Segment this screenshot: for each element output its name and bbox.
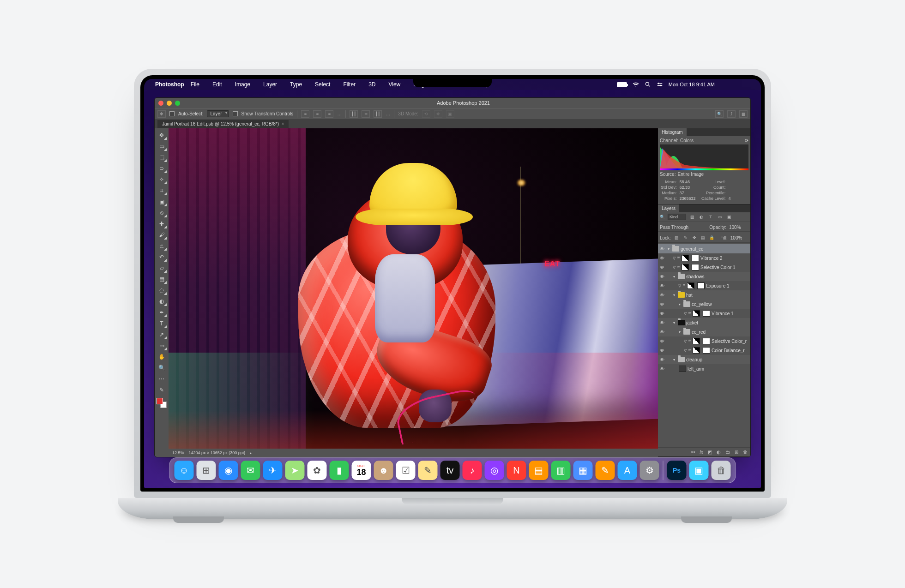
color-swatches[interactable] (157, 398, 167, 408)
new-adjustment-icon[interactable]: ◐ (717, 450, 721, 455)
disclosure-icon[interactable]: ▽ (672, 256, 676, 260)
eraser-tool[interactable]: ▱ (156, 263, 167, 273)
adjustment-thumb[interactable] (682, 255, 689, 261)
disclosure-icon[interactable]: ▽ (683, 348, 688, 353)
workspace-icon[interactable]: ▦ (739, 110, 748, 118)
visibility-icon[interactable]: 👁 (658, 293, 666, 298)
layer-name[interactable]: Vibrance 1 (712, 311, 750, 316)
visibility-icon[interactable]: 👁 (658, 283, 666, 288)
layer-row[interactable]: 👁▽8Vibrance 1 (658, 309, 750, 318)
pen-tool[interactable]: ✒ (156, 307, 167, 318)
layer-fx-icon[interactable]: fx (700, 450, 703, 455)
document-canvas[interactable]: EAT (169, 128, 658, 449)
histogram-tab[interactable]: Histogram (658, 128, 687, 136)
blend-mode-select[interactable]: Pass Through (660, 225, 706, 230)
type-tool[interactable]: T (156, 318, 167, 329)
histogram-panel[interactable]: Histogram Channel: Colors ⟳ (658, 128, 750, 204)
mask-thumb[interactable] (703, 338, 710, 344)
hand-tool[interactable]: ✋ (156, 352, 167, 362)
visibility-icon[interactable]: 👁 (658, 357, 666, 362)
mask-thumb[interactable] (697, 282, 705, 289)
dock-finder[interactable]: ☺ (175, 461, 194, 480)
disclosure-icon[interactable]: ▾ (672, 321, 676, 325)
dock-launchpad[interactable]: ⊞ (197, 461, 216, 480)
visibility-icon[interactable]: 👁 (658, 366, 666, 372)
history-tool[interactable]: ↶ (156, 252, 167, 262)
disclosure-icon[interactable]: ▽ (683, 339, 688, 343)
histogram-source-select[interactable]: Entire Image (677, 172, 748, 177)
menu-layer[interactable]: Layer (263, 81, 277, 88)
dodge-tool[interactable]: ◐ (156, 296, 167, 306)
dock-photoshop[interactable]: Ps (667, 461, 687, 480)
dock-mail[interactable]: ✈ (263, 461, 283, 480)
visibility-icon[interactable]: 👁 (658, 330, 666, 335)
layer-name[interactable]: left_arm (688, 366, 750, 372)
filter-smart-icon[interactable]: ▣ (726, 214, 732, 220)
layer-filter-kind[interactable]: Kind (668, 214, 686, 220)
zoom-level[interactable]: 12.5% (172, 450, 184, 455)
adjustment-thumb[interactable] (693, 347, 700, 354)
visibility-icon[interactable]: 👁 (658, 302, 666, 307)
battery-icon[interactable] (617, 82, 627, 87)
layer-name[interactable]: shadows (686, 274, 750, 279)
window-titlebar[interactable]: Adobe Photoshop 2021 (155, 98, 750, 108)
layer-row[interactable]: 👁▽8Exposure 1 (658, 281, 750, 290)
layer-row[interactable]: 👁▾cc_red (658, 327, 750, 336)
layer-name[interactable]: jacket (686, 320, 750, 325)
dock-appstore[interactable]: A (618, 461, 637, 480)
layer-name[interactable]: cc_yellow (692, 302, 750, 307)
layer-row[interactable]: 👁▾general_cc (658, 244, 750, 253)
new-layer-icon[interactable]: ⊞ (735, 450, 738, 455)
dock-photos[interactable]: ✿ (308, 461, 327, 480)
dock-contacts[interactable]: ☻ (374, 461, 393, 480)
dock-system-settings[interactable]: ⚙ (640, 461, 659, 480)
close-icon[interactable] (158, 101, 163, 106)
move-tool-icon[interactable]: ✥ (157, 110, 166, 118)
disclosure-icon[interactable]: ▾ (672, 293, 676, 297)
visibility-icon[interactable]: 👁 (658, 348, 666, 353)
adjustment-thumb[interactable] (693, 338, 700, 344)
dock-podcasts[interactable]: ◎ (485, 461, 504, 480)
mask-thumb[interactable] (692, 264, 699, 270)
eyedrop-tool[interactable]: ⎋ (156, 208, 167, 218)
opacity-field[interactable]: 100% (729, 225, 748, 230)
delete-layer-icon[interactable]: 🗑 (743, 450, 748, 455)
panel-dock[interactable]: Histogram Channel: Colors ⟳ (658, 128, 750, 457)
layers-footer[interactable]: ⚯ fx ◩ ◐ 🗀 ⊞ 🗑 (658, 447, 750, 456)
disclosure-icon[interactable]: ▾ (677, 330, 682, 334)
layers-list[interactable]: 👁▾general_cc👁▽8Vibrance 2👁▽8Selective Co… (658, 244, 750, 446)
histogram-channel-select[interactable]: Colors (680, 138, 743, 143)
menu-type[interactable]: Type (290, 81, 302, 88)
disclosure-icon[interactable]: ▾ (666, 247, 671, 251)
dock-books[interactable]: ▤ (529, 461, 549, 480)
brush-tool[interactable]: 🖌 (156, 230, 167, 240)
dock-downloads[interactable]: ▣ (689, 461, 709, 480)
mask-thumb[interactable] (703, 310, 710, 317)
dock-notes[interactable]: ✎ (418, 461, 438, 480)
adjustment-thumb[interactable] (682, 264, 689, 270)
lock-nest-icon[interactable]: ▤ (700, 234, 706, 241)
gradient-tool[interactable]: ▤ (156, 274, 167, 284)
zoom-tool[interactable]: 🔍 (156, 363, 167, 373)
layer-row[interactable]: 👁▾cc_yellow (658, 300, 750, 309)
search-icon[interactable] (645, 81, 651, 88)
layer-name[interactable]: hat (686, 293, 750, 298)
adjustment-thumb[interactable] (687, 282, 694, 289)
share-icon[interactable]: ⤴ (727, 110, 736, 118)
dock-tv[interactable]: tv (440, 461, 460, 480)
search-ps-icon[interactable]: 🔍 (715, 110, 724, 118)
layer-row[interactable]: 👁▾shadows (658, 272, 750, 281)
layer-thumb[interactable] (679, 366, 686, 372)
layer-name[interactable]: Selective Color 1 (700, 265, 750, 270)
layers-tab[interactable]: Layers (658, 204, 679, 212)
layer-name[interactable]: Selective Color_r (712, 339, 750, 344)
lock-trans-icon[interactable]: ▨ (674, 234, 680, 241)
layer-row[interactable]: 👁▽8Vibrance 2 (658, 253, 750, 263)
menubar-clock[interactable]: Mon Oct 18 9:41 AM (669, 82, 715, 87)
dock-calendar[interactable]: OCT18 (352, 461, 371, 480)
link-layers-icon[interactable]: ⚯ (691, 450, 695, 455)
menu-3d[interactable]: 3D (368, 81, 375, 88)
path-tool[interactable]: ↗ (156, 330, 167, 340)
menu-image[interactable]: Image (235, 81, 250, 88)
crop-tool[interactable]: ⌗ (156, 186, 167, 196)
